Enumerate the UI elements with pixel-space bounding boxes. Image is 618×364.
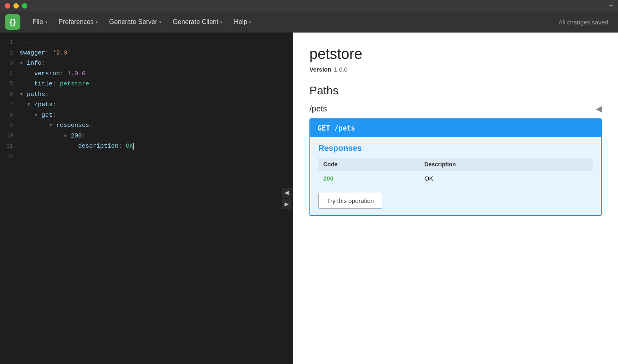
line-content: ················description: OK	[20, 141, 290, 152]
code-editor[interactable]: 1 --- 2 swagger: '2.0' 3 ▾ info: 4	[0, 33, 293, 167]
line-number: 5	[0, 79, 20, 89]
help-menu[interactable]: Help ▾	[228, 16, 257, 28]
editor-line: 2 swagger: '2.0'	[0, 48, 293, 59]
editor-line: 11 ················description: OK	[0, 141, 293, 152]
paths-section-title: Paths	[309, 84, 602, 97]
preferences-menu[interactable]: Preferences ▾	[53, 16, 103, 28]
file-menu[interactable]: File ▾	[27, 16, 53, 28]
line-number: 1	[0, 38, 20, 48]
save-status: All changes saved.	[559, 19, 613, 26]
line-content	[20, 152, 290, 162]
close-button[interactable]	[5, 3, 10, 9]
line-number: 9	[0, 121, 20, 131]
editor-line: 8 ····▾ get:	[0, 110, 293, 121]
editor-line: 10 ············▾ 200:	[0, 131, 293, 142]
editor-line: 9 ········▾ responses:	[0, 120, 293, 131]
editor-line: 6 ▾ paths:	[0, 89, 293, 100]
path-row: /pets ◀	[309, 104, 602, 113]
line-number: 4	[0, 69, 20, 79]
collapse-left-icon[interactable]: ◀	[282, 188, 291, 198]
line-number: 3	[0, 59, 20, 68]
line-number: 6	[0, 90, 20, 100]
preview-panel: petstore Version 1.0.0 Paths /pets ◀ GET…	[293, 33, 618, 364]
generate-client-arrow: ▾	[220, 20, 222, 24]
responses-section: Responses Code Description 200 OK	[310, 137, 601, 186]
app-logo: {}	[5, 14, 20, 30]
generate-server-menu[interactable]: Generate Server ▾	[103, 16, 167, 28]
editor-line: 3 ▾ info:	[0, 58, 293, 69]
operation-card: GET /pets Responses Code Description	[309, 118, 602, 216]
main-content: 1 --- 2 swagger: '2.0' 3 ▾ info: 4	[0, 33, 618, 364]
editor-line: 7 ··▾ /pets:	[0, 100, 293, 110]
collapse-right-icon[interactable]: ▶	[282, 199, 291, 209]
panel-collapse[interactable]: ◀ ▶	[282, 188, 291, 209]
line-number: 8	[0, 111, 20, 120]
version-label: Version	[309, 66, 331, 73]
line-number: 11	[0, 142, 20, 151]
generate-server-arrow: ▾	[159, 20, 161, 24]
line-content: ····title: petstore	[20, 79, 290, 89]
responses-title: Responses	[318, 144, 593, 153]
generate-client-menu[interactable]: Generate Client ▾	[167, 16, 228, 28]
line-number: 2	[0, 48, 20, 58]
editor-panel[interactable]: 1 --- 2 swagger: '2.0' 3 ▾ info: 4	[0, 33, 293, 364]
version-value: 1.0.0	[334, 66, 347, 73]
line-content: swagger: '2.0'	[20, 48, 290, 59]
preferences-menu-arrow: ▾	[96, 20, 98, 24]
line-content: ····version: 1.0.0	[20, 69, 290, 79]
new-tab-icon[interactable]: +	[609, 2, 613, 9]
line-content: ············▾ 200:	[20, 131, 290, 142]
editor-line: 5 ····title: petstore	[0, 79, 293, 89]
try-operation-button[interactable]: Try this operation	[318, 193, 382, 209]
editor-line: 12	[0, 152, 293, 162]
menu-bar: {} File ▾ Preferences ▾ Generate Server …	[0, 11, 618, 33]
maximize-button[interactable]	[22, 3, 27, 9]
back-arrow-icon[interactable]: ◀	[596, 104, 602, 113]
api-title: petstore	[309, 46, 602, 63]
line-number: 12	[0, 152, 20, 162]
line-content: ····▾ get:	[20, 110, 290, 121]
try-operation-row: Try this operation	[310, 186, 601, 215]
operation-header[interactable]: GET /pets	[310, 119, 601, 137]
table-row: 200 OK	[318, 171, 593, 186]
line-number: 10	[0, 131, 20, 141]
table-header-code: Code	[318, 158, 420, 171]
editor-line: 1 ---	[0, 37, 293, 48]
line-content: ---	[20, 37, 290, 48]
line-content: ▾ info:	[20, 58, 290, 69]
responses-table: Code Description 200 OK	[318, 158, 593, 186]
operation-body: Responses Code Description 200 OK	[310, 137, 601, 215]
line-content: ··▾ /pets:	[20, 100, 290, 110]
operation-tab-label[interactable]: GET /pets	[318, 124, 355, 132]
table-header-description: Description	[420, 158, 593, 171]
line-content: ▾ paths:	[20, 89, 290, 100]
file-menu-arrow: ▾	[45, 20, 47, 24]
response-code: 200	[318, 171, 420, 186]
title-bar: +	[0, 0, 618, 11]
editor-line: 4 ····version: 1.0.0	[0, 69, 293, 79]
response-description: OK	[420, 171, 593, 186]
line-content: ········▾ responses:	[20, 120, 290, 131]
api-version-row: Version 1.0.0	[309, 66, 602, 73]
minimize-button[interactable]	[13, 3, 19, 9]
line-number: 7	[0, 100, 20, 110]
help-menu-arrow: ▾	[249, 20, 251, 24]
path-label: /pets	[309, 104, 596, 113]
